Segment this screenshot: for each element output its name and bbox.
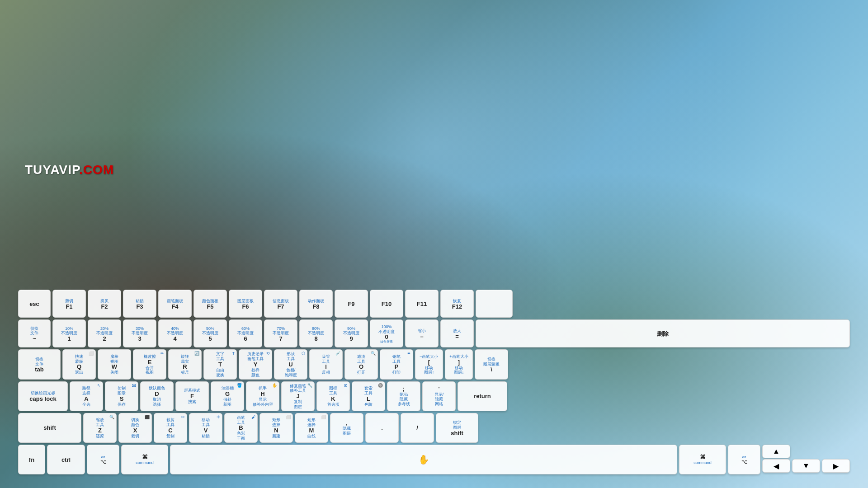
- key-delete[interactable]: 删除: [476, 319, 850, 347]
- key-f11[interactable]: F11: [405, 290, 439, 318]
- key-alt-left[interactable]: alt ⌥: [87, 445, 119, 474]
- key-5[interactable]: 50%不透明度 5: [193, 319, 227, 347]
- key-4[interactable]: 40%不透明度 4: [158, 319, 192, 347]
- key-6[interactable]: 60%不透明度 6: [229, 319, 262, 347]
- hand-icon: ✋: [418, 454, 429, 465]
- key-f6[interactable]: 图层面板 F6: [229, 290, 262, 318]
- key-f-extra[interactable]: [476, 290, 513, 318]
- key-7[interactable]: 70%不透明度 7: [264, 319, 297, 347]
- key-f5[interactable]: 颜色面板 F5: [193, 290, 227, 318]
- key-return[interactable]: return: [458, 381, 507, 411]
- key-d[interactable]: 默认颜色 D 取消选择: [140, 381, 174, 411]
- key-3[interactable]: 30%不透明度 3: [123, 319, 156, 347]
- key-f8[interactable]: 动作面板 F8: [299, 290, 333, 318]
- key-slash[interactable]: /: [401, 413, 434, 443]
- key-cmd-right[interactable]: ⌘ command: [679, 445, 726, 474]
- key-j[interactable]: 修复画笔修补工具 🔧 J 复制图层: [281, 381, 315, 411]
- key-minus[interactable]: 缩小 –: [405, 319, 439, 347]
- logo-com: .COM: [79, 163, 114, 177]
- key-8[interactable]: 80%不透明度 8: [299, 319, 333, 347]
- key-o[interactable]: 减淡工具 🔍 O 打开: [344, 349, 378, 379]
- row-qwerty: 切换文件 tab 快速蒙板 ⬜ Q 退出 魔棒视图 W 关闭 橡皮擦 ✏ E 合…: [18, 349, 850, 379]
- key-i[interactable]: 吸管工具 💉 I 反相: [309, 349, 343, 379]
- key-f4[interactable]: 画笔面板 F4: [158, 290, 192, 318]
- key-s[interactable]: 仿制图章 🖂 S 保存: [105, 381, 138, 411]
- key-comma[interactable]: , 隐藏图层: [330, 413, 363, 443]
- key-y[interactable]: 历史记录画笔工具 ⟲ Y 校样颜色: [239, 349, 272, 379]
- key-0[interactable]: 100%不透明度 0 适合屏幕: [370, 319, 403, 347]
- key-q[interactable]: 快速蒙板 ⬜ Q 退出: [62, 349, 96, 379]
- key-arrow-left[interactable]: ◀: [762, 459, 790, 473]
- key-arrow-up[interactable]: ▲: [762, 445, 790, 458]
- key-c[interactable]: 裁剪工具 ✂ C 复制: [154, 413, 187, 443]
- key-k[interactable]: 图框工具 ⊠ K 首选项: [316, 381, 350, 411]
- row-function: esc 剪切 F1 拼贝 F2 粘贴 F3 画笔面板 F4 颜色面板 F5 图层…: [18, 290, 850, 318]
- key-r[interactable]: 旋转裁实 🔄 R 标尺: [168, 349, 202, 379]
- key-esc[interactable]: esc: [18, 290, 51, 318]
- key-x[interactable]: 切换颜色 ⬛ X 裁切: [118, 413, 152, 443]
- row-asdf: 切换绘画光标 caps lock 路径选择 ↖ A 全选 仿制图章 🖂 S 保存…: [18, 381, 850, 411]
- key-arrow-right[interactable]: ▶: [822, 459, 850, 473]
- key-m[interactable]: 短形选择 ⬜ M 曲线: [295, 413, 328, 443]
- key-h[interactable]: 抓手 ✋ H 显示修补外内容: [246, 381, 279, 411]
- key-quote[interactable]: ' 显示/隐藏网格: [422, 381, 456, 411]
- key-f2[interactable]: 拼贝 F2: [88, 290, 121, 318]
- key-rbracket[interactable]: +画笔大小 ] 移动图层↓: [445, 349, 473, 379]
- key-n[interactable]: 矩形选择 ⬜ N 新建: [259, 413, 293, 443]
- logo: TUYAVIP.COM: [25, 163, 114, 177]
- key-fn[interactable]: fn: [18, 445, 45, 474]
- key-f12[interactable]: 恢复 F12: [440, 290, 474, 318]
- key-equals[interactable]: 放大 =: [440, 319, 474, 347]
- key-f1[interactable]: 剪切 F1: [52, 290, 86, 318]
- key-alt-right[interactable]: alt ⌥: [728, 445, 760, 474]
- key-cmd-left[interactable]: ⌘ command: [121, 445, 168, 474]
- key-backslash[interactable]: 切换图层蒙板 \: [475, 349, 508, 379]
- key-ctrl[interactable]: ctrl: [47, 445, 85, 474]
- key-tab[interactable]: 切换文件 tab: [18, 349, 61, 379]
- row-zxcv: shift 缩放工具 🔍 Z 还原 切换颜色 ⬛ X 裁切 裁剪工具 ✂ C 复…: [18, 413, 850, 443]
- key-lbracket[interactable]: –画笔大小 [ 移动图层↑: [415, 349, 443, 379]
- key-t[interactable]: 文字工具 T T 自由变换: [203, 349, 237, 379]
- key-u[interactable]: 形状工具 ⬡ U 色相/饱和度: [274, 349, 307, 379]
- key-f7[interactable]: 信息面板 F7: [264, 290, 297, 318]
- key-g[interactable]: 油漆桶 🪣 G 倾斜新图: [211, 381, 244, 411]
- key-v[interactable]: 移动工具 ✛ V 粘贴: [189, 413, 222, 443]
- key-w[interactable]: 魔棒视图 W 关闭: [98, 349, 131, 379]
- key-space[interactable]: ✋: [170, 445, 677, 474]
- key-1[interactable]: 10%不透明度 1: [52, 319, 86, 347]
- key-p[interactable]: 钢笔工具 ✒ P 打印: [380, 349, 413, 379]
- key-b[interactable]: 画笔工具 🖌 B 色彩干衡: [224, 413, 258, 443]
- key-f[interactable]: 屏幕模式 F 搜索: [175, 381, 209, 411]
- row-numbers: 切换文件 ~ 10%不透明度 1 20%不透明度 2 30%不透明度 3 40%…: [18, 319, 850, 347]
- key-capslock[interactable]: 切换绘画光标 caps lock: [18, 381, 68, 411]
- key-tilde[interactable]: 切换文件 ~: [18, 319, 51, 347]
- key-shift-right[interactable]: 锁定图层 shift: [436, 413, 478, 443]
- key-z[interactable]: 缩放工具 🔍 Z 还原: [83, 413, 117, 443]
- row-bottom: fn ctrl alt ⌥ ⌘ command ✋ ⌘ command alt …: [18, 445, 850, 474]
- arrow-keys: ▲ ◀ ▼ ▶: [762, 445, 850, 474]
- key-e[interactable]: 橡皮擦 ✏ E 合并视图: [133, 349, 166, 379]
- key-a[interactable]: 路径选择 ↖ A 全选: [70, 381, 103, 411]
- key-f10[interactable]: F10: [370, 290, 403, 318]
- keyboard: esc 剪切 F1 拼贝 F2 粘贴 F3 画笔面板 F4 颜色面板 F5 图层…: [18, 290, 850, 474]
- key-9[interactable]: 90%不透明度 9: [335, 319, 368, 347]
- key-f9[interactable]: F9: [335, 290, 368, 318]
- key-period[interactable]: .: [365, 413, 399, 443]
- key-l[interactable]: 套索工具 🔘 L 色阶: [352, 381, 385, 411]
- key-arrow-down[interactable]: ▼: [792, 459, 820, 473]
- key-semicolon[interactable]: ; 显示/隐藏参考线: [387, 381, 420, 411]
- key-f3[interactable]: 粘贴 F3: [123, 290, 156, 318]
- key-2[interactable]: 20%不透明度 2: [88, 319, 121, 347]
- key-shift-left[interactable]: shift: [18, 413, 81, 443]
